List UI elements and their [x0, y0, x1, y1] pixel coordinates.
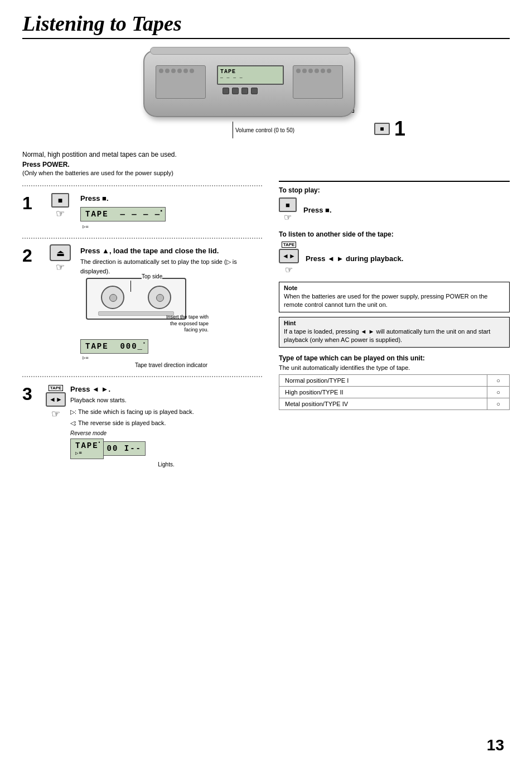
step-3-display-right: 00 I-- — [104, 441, 146, 456]
step-2-title: Press ▲, load the tape and close the lid… — [80, 247, 262, 255]
step-1-row: 1 ■ ☞ Press ■. ▪ TAPE — — — — ▷= — [22, 191, 262, 233]
tape-type-name: High position/TYPE II — [279, 386, 487, 398]
stop-button-header: ■ — [374, 123, 390, 135]
divider-2 — [22, 238, 262, 239]
note-header: Note — [284, 285, 505, 291]
device-display: TAPE — — — — — [217, 65, 284, 85]
step-3-icon-area: TAPE ◄► ☞ — [46, 385, 66, 420]
stop-icon-1: ■ — [51, 193, 69, 208]
tape-type-name: Metal position/TYPE IV — [279, 398, 487, 409]
step-1-title: Press ■. — [80, 194, 262, 203]
listen-press-label: Press ◄ ► during playback. — [306, 254, 403, 263]
step-3-desc3: ◁: The reverse side is played back. — [70, 418, 262, 428]
step-3-desc2: ▷: The side which is facing up is played… — [70, 407, 262, 417]
display-sub-1: ▷= — [80, 224, 262, 230]
step-2-num: 2 — [22, 247, 42, 264]
tape-reel-right — [148, 286, 171, 309]
note-text: When the batteries are used for the powe… — [284, 292, 505, 310]
step-2-icon: ⏏ ☞ — [46, 247, 75, 271]
eject-icon-2: ⏏ — [50, 244, 71, 261]
tape-badge-3: TAPE — [49, 385, 64, 391]
right-column: To stop play: ■ ☞ Press ■. To listen to … — [279, 181, 510, 473]
listen-btn-icon: ◄► — [279, 249, 299, 263]
stop-play-section: To stop play: ■ ☞ Press ■. — [279, 181, 510, 223]
intro-section: Normal, high postition and metal tapes c… — [22, 151, 510, 176]
tape-type-title: Type of tape which can be played on this… — [279, 354, 510, 362]
left-column: 1 ■ ☞ Press ■. ▪ TAPE — — — — ▷= 2 — [22, 181, 262, 473]
listen-row: TAPE ◄► ☞ Press ◄ ► during playback. — [279, 242, 510, 275]
hint-text: If a tape is loaded, pressing ◄ ► will a… — [284, 327, 505, 345]
page-title: Listening to Tapes — [22, 11, 510, 39]
page-number: 13 — [487, 736, 504, 754]
display-line2-3: ▷= — [75, 450, 99, 456]
tape-type-sub: The unit automatically identifies the ty… — [279, 364, 510, 371]
divider-3 — [22, 376, 262, 377]
tape-type-section: Type of tape which can be played on this… — [279, 354, 510, 410]
top-side-line — [130, 281, 131, 292]
reverse-mode-label: Reverse mode — [70, 430, 262, 436]
step-2-row: 2 ⏏ ☞ Press ▲, load the tape and close t… — [22, 243, 262, 372]
stop-icon-right: ■ ☞ — [279, 197, 297, 223]
listen-section: To listen to another side of the tape: T… — [279, 230, 510, 275]
step-1-icon: ■ ☞ — [46, 194, 75, 219]
display-direction-2: ▷= — [80, 355, 262, 361]
step-3-display-left: ▪ TAPE ▷= — [70, 438, 104, 459]
hand-icon-2: ☞ — [56, 261, 65, 273]
tape-type-symbol: ○ — [487, 398, 510, 409]
step-2-display: ▪ TAPE 000_ — [80, 339, 148, 354]
display-badge-1: ▪ — [159, 208, 164, 214]
step-1-display: ▪ TAPE — — — — — [80, 207, 166, 221]
hand-icon-1: ☞ — [56, 208, 65, 220]
listen-title: To listen to another side of the tape: — [279, 230, 510, 238]
device-handle — [150, 47, 351, 55]
step-3-num: 3 — [22, 385, 42, 403]
tape-diagram: Top side Insert the tape with the expose… — [80, 278, 209, 334]
step-3-display-area: ▪ TAPE ▷= 00 I-- — [70, 438, 262, 459]
volume-label: Volume control (0 to 50) — [235, 127, 294, 133]
step-3-row: 3 TAPE ◄► ☞ Press ◄ ►. Playback now star… — [22, 382, 262, 471]
tape-type-symbol: ○ — [487, 374, 510, 386]
device-section: 2 POWER 3 TAPE ◄► TAPE — — — — — [22, 45, 510, 145]
tape-table-row: Normal position/TYPE I○ — [279, 374, 510, 386]
step-2-desc1: The direction is automatically set to pl… — [80, 257, 262, 276]
stop-play-row: ■ ☞ Press ■. — [279, 197, 510, 223]
hint-box: Hint If a tape is loaded, pressing ◄ ► w… — [279, 317, 510, 348]
device-controls — [223, 88, 258, 94]
device-speaker-right — [293, 65, 343, 99]
tape-badge-listen: TAPE — [282, 242, 297, 248]
display-badge-2: ▪ — [143, 340, 147, 345]
tape-window — [98, 311, 174, 316]
step-1-num: 1 — [22, 194, 42, 212]
volume-label-area: Volume control (0 to 50) — [233, 122, 294, 138]
tape-table-row: Metal position/TYPE IV○ — [279, 398, 510, 409]
tape-type-symbol: ○ — [487, 386, 510, 398]
press-power-label: Press POWER. — [22, 161, 510, 168]
lights-label: Lights. — [70, 461, 262, 468]
rev-play-icon-3: ◄► — [46, 392, 66, 407]
tape-reel-left-inner — [109, 294, 117, 302]
step-3-title: Press ◄ ►. — [70, 385, 262, 393]
hint-header: Hint — [284, 320, 505, 326]
step-3-desc1: Playback now starts. — [70, 396, 262, 405]
note-box: Note When the batteries are used for the… — [279, 282, 510, 312]
step-3-content: Press ◄ ►. Playback now starts. ▷: The s… — [70, 385, 262, 468]
tape-reel-right-inner — [156, 294, 164, 302]
step-1-content: Press ■. ▪ TAPE — — — — ▷= — [80, 194, 262, 230]
indicator-label: Tape travel direction indicator — [80, 362, 262, 368]
tape-type-name: Normal position/TYPE I — [279, 374, 487, 386]
callout-1-area: ■ 1 — [374, 117, 405, 141]
hand-icon-right: ☞ — [284, 212, 292, 223]
device-body: TAPE — — — — — [143, 50, 355, 117]
tape-table-row: High position/TYPE II○ — [279, 386, 510, 398]
tape-type-table: Normal position/TYPE I○High position/TYP… — [279, 374, 510, 410]
stop-btn-right: ■ — [279, 197, 297, 212]
main-layout: 1 ■ ☞ Press ■. ▪ TAPE — — — — ▷= 2 — [22, 181, 510, 473]
intro-text1: Normal, high postition and metal tapes c… — [22, 151, 510, 158]
tape-reel-left — [101, 286, 124, 309]
press-power-sub: (Only when the batteries are used for th… — [22, 170, 510, 176]
tape-outline — [86, 278, 186, 320]
insert-label: Insert the tape with the exposed tape fa… — [164, 314, 209, 334]
listen-icon-area: TAPE ◄► ☞ — [279, 242, 299, 275]
callout-1: 1 — [394, 117, 405, 141]
stop-press-label: Press ■. — [303, 206, 332, 214]
